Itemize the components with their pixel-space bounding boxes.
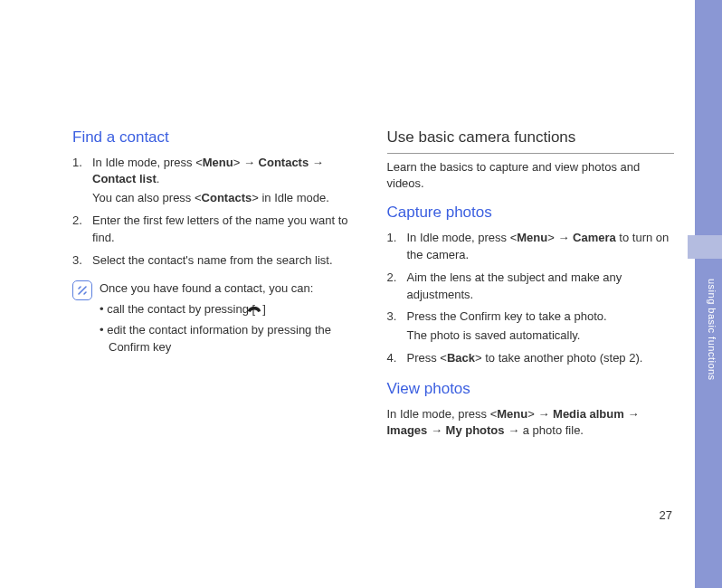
step1-sub: You can also press <Contacts> in Idle mo… [92,190,360,207]
t: → a photo file. [505,423,584,437]
note-body: Once you have found a contact, you can: … [100,280,360,358]
t: > to take another photo (step 2). [475,351,642,365]
note-intro: Once you have found a contact, you can: [100,280,360,298]
list-item: Aim the lens at the subject and make any… [387,270,675,304]
heading-view-photos: View photos [387,378,675,401]
view-photos-body: In Idle mode, press <Menu> → Media album… [387,406,675,441]
heading-camera: Use basic camera functions [387,127,675,154]
t: → [624,407,640,421]
list-item: In Idle mode, press <Menu> → Camera to t… [387,230,675,264]
t: Press < [407,351,447,365]
t: → [427,423,445,437]
t: Contacts [202,191,252,204]
t: > → [527,407,553,421]
list-item: Press <Back> to take another photo (step… [387,350,675,367]
find-contact-steps: In Idle mode, press <Menu> → Contacts → … [72,155,360,270]
t: > → [547,231,573,244]
t: > in Idle mode. [252,191,329,204]
side-label: using basic functions [704,279,718,381]
t: Images [387,423,428,437]
side-tab [688,235,722,259]
list-item: In Idle mode, press <Menu> → Contacts → … [72,155,360,208]
body-text: In Idle mode, press <Menu> → Contacts → … [92,156,324,186]
list-item: Select the contact's name from the searc… [72,252,360,270]
left-column: Find a contact In Idle mode, press <Menu… [72,127,360,440]
page-number: 27 [660,507,672,525]
heading-find-contact: Find a contact [72,127,360,149]
t: In Idle mode, press < [407,231,518,244]
heading-capture: Capture photos [387,202,675,224]
right-column: Use basic camera functions Learn the bas… [387,127,675,440]
t: Contact list [92,172,157,185]
cap-s3-sub: The photo is saved automatically. [407,327,675,345]
t: Contacts [259,156,309,169]
t: Press the Confirm key to take a photo. [407,309,607,323]
t: My photos [446,423,505,437]
note-bullets: • call the contact by pressing [] • edit… [100,301,360,357]
t: > → [233,156,259,169]
call-key-icon [255,303,262,321]
t: In Idle mode, press < [92,156,203,169]
t: Menu [517,231,547,244]
t: Back [447,351,475,365]
capture-steps: In Idle mode, press <Menu> → Camera to t… [387,230,675,367]
t: → [309,156,324,169]
t: In Idle mode, press < [387,407,498,421]
list-item: Press the Confirm key to take a photo. T… [387,308,675,345]
list-item: • call the contact by pressing [] [100,301,360,321]
t: Camera [573,231,616,244]
t: Media album [553,407,624,421]
t: Menu [203,156,233,169]
page-content: Find a contact In Idle mode, press <Menu… [72,127,674,440]
note-icon [72,280,92,300]
note-box: Once you have found a contact, you can: … [72,280,360,358]
t: ] [262,302,266,316]
t: . [157,172,160,185]
list-item: • edit the contact information by pressi… [100,322,360,356]
t: Menu [497,407,527,421]
camera-intro: Learn the basics to capture and view pho… [387,159,675,194]
list-item: Enter the first few letters of the name … [72,213,360,247]
t: • call the contact by pressing [ [100,302,255,316]
t: You can also press < [92,191,202,204]
